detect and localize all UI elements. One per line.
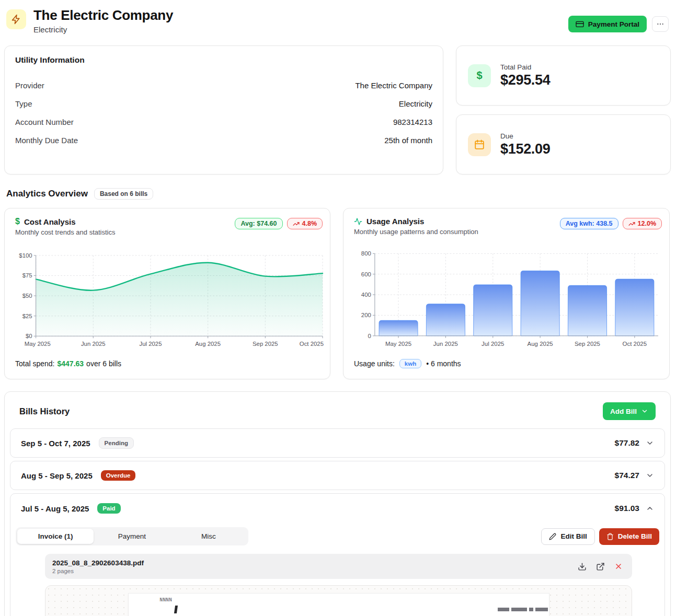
close-icon: [614, 562, 623, 571]
bill-row-aug-sep[interactable]: Aug 5 - Sep 5, 2025 Overdue $74.27: [10, 461, 665, 490]
bill-row-sep-oct[interactable]: Sep 5 - Oct 7, 2025 Pending $77.82: [10, 428, 665, 458]
info-label: Monthly Due Date: [15, 136, 78, 145]
cost-trend-badge: 4.8%: [287, 218, 323, 229]
file-page-count: 2 pages: [52, 568, 144, 574]
due-label: Due: [500, 132, 551, 140]
svg-text:0: 0: [368, 333, 371, 339]
trending-up-icon: [628, 220, 635, 227]
bill-detail: Invoice (1) Payment Misc Edit Bill Delet…: [10, 523, 664, 616]
svg-text:$75: $75: [22, 272, 32, 278]
total-paid-card: $ Total Paid $295.54: [456, 45, 671, 106]
svg-text:$25: $25: [22, 313, 32, 319]
pdf-page: NNNN: [129, 594, 549, 616]
credit-card-icon: [576, 20, 584, 28]
due-value: $152.09: [500, 141, 551, 157]
payment-portal-button[interactable]: Payment Portal: [568, 16, 647, 32]
usage-units-label: Usage units:: [354, 359, 395, 368]
pdf-preview: NNNN: [45, 585, 632, 616]
attachment-file-bar: 2025_08_8_2902603438.pdf 2 pages: [45, 554, 632, 579]
avg-cost-badge: Avg: $74.60: [235, 218, 282, 229]
total-paid-label: Total Paid: [500, 63, 551, 71]
bills-history-title: Bills History: [19, 406, 70, 416]
kwh-unit-badge: kwh: [399, 359, 421, 368]
dollar-icon: $: [15, 217, 20, 226]
total-paid-value: $295.54: [500, 72, 551, 88]
total-spend-amount: $447.63: [58, 359, 84, 368]
calendar-icon: [468, 133, 491, 156]
svg-text:Jul 2025: Jul 2025: [482, 341, 504, 347]
activity-icon: [354, 217, 362, 226]
svg-text:Jul 2025: Jul 2025: [139, 341, 162, 347]
svg-text:Jun 2025: Jun 2025: [433, 341, 458, 347]
analytics-overview-header: Analytics Overview Based on 6 bills: [6, 188, 669, 200]
delete-bill-button[interactable]: Delete Bill: [599, 528, 659, 545]
edit-bill-label: Edit Bill: [560, 532, 587, 540]
pdf-header-text: NNNN: [129, 594, 549, 602]
status-badge-paid: Paid: [97, 503, 120, 514]
open-external-button[interactable]: [595, 561, 606, 572]
bill-row-jul-aug-expanded: Jul 5 - Aug 5, 2025 Paid $91.03 Invoice …: [10, 493, 665, 616]
external-link-icon: [596, 562, 605, 571]
bill-period: Aug 5 - Sep 5, 2025: [21, 471, 93, 480]
svg-text:600: 600: [361, 271, 371, 277]
info-row-account-number: Account Number 982314213: [15, 113, 432, 131]
info-label: Provider: [15, 81, 44, 90]
usage-analysis-chart: 0200400600800May 2025Jun 2025Jul 2025Aug…: [354, 249, 663, 352]
bill-period: Sep 5 - Oct 7, 2025: [21, 439, 90, 448]
trending-up-icon: [293, 220, 300, 227]
tab-misc[interactable]: Misc: [170, 529, 247, 544]
usage-analysis-card: Usage Analysis Monthly usage patterns an…: [343, 208, 670, 379]
utility-info-title: Utility Information: [15, 55, 432, 65]
usage-analysis-subtitle: Monthly usage patterns and consumption: [354, 228, 478, 236]
svg-text:Aug 2025: Aug 2025: [528, 341, 553, 347]
svg-text:Sep 2025: Sep 2025: [575, 341, 600, 347]
more-options-button[interactable]: [652, 16, 669, 32]
utility-information-card: Utility Information Provider The Electri…: [4, 45, 443, 175]
edit-bill-button[interactable]: Edit Bill: [541, 528, 594, 545]
svg-text:800: 800: [361, 250, 371, 257]
info-value: 982314213: [393, 118, 432, 126]
add-bill-label: Add Bill: [610, 408, 637, 415]
svg-text:Aug 2025: Aug 2025: [195, 341, 221, 347]
chevron-down-icon: [646, 439, 654, 447]
cost-analysis-subtitle: Monthly cost trends and statistics: [15, 228, 115, 236]
bill-detail-tabs: Invoice (1) Payment Misc: [16, 527, 248, 545]
add-bill-button[interactable]: Add Bill: [603, 402, 656, 420]
pdf-content-fragment: [129, 603, 549, 616]
download-button[interactable]: [577, 561, 588, 572]
svg-text:Oct 2025: Oct 2025: [300, 341, 324, 347]
svg-text:$0: $0: [26, 333, 32, 339]
info-label: Account Number: [15, 118, 74, 126]
attachment-section: 2025_08_8_2902603438.pdf 2 pages: [45, 554, 632, 616]
download-icon: [578, 562, 587, 571]
info-row-provider: Provider The Electric Company: [15, 76, 432, 95]
total-spend-suffix: over 6 bills: [86, 359, 121, 368]
bills-count-badge: Based on 6 bills: [94, 188, 153, 200]
payment-portal-label: Payment Portal: [588, 20, 639, 28]
usage-analysis-title: Usage Analysis: [366, 217, 424, 226]
pencil-icon: [549, 533, 556, 540]
svg-text:$100: $100: [19, 252, 32, 259]
analytics-title: Analytics Overview: [6, 189, 88, 199]
remove-attachment-button[interactable]: [613, 561, 624, 572]
cost-analysis-title: Cost Analysis: [24, 217, 76, 226]
bill-row-jul-aug[interactable]: Jul 5 - Aug 5, 2025 Paid $91.03: [10, 494, 664, 523]
bill-period: Jul 5 - Aug 5, 2025: [21, 504, 89, 513]
tab-payment[interactable]: Payment: [94, 529, 170, 544]
info-value: 25th of month: [384, 136, 432, 145]
svg-text:$50: $50: [22, 293, 32, 299]
trash-icon: [606, 533, 614, 540]
status-badge-pending: Pending: [99, 437, 134, 449]
usage-trend-badge: 12.0%: [623, 218, 662, 229]
bill-amount: $74.27: [615, 471, 639, 480]
svg-text:400: 400: [361, 292, 371, 298]
usage-analysis-footer: Usage units: kwh • 6 months: [354, 359, 663, 368]
info-row-due-date: Monthly Due Date 25th of month: [15, 131, 432, 149]
svg-text:Jun 2025: Jun 2025: [81, 341, 106, 347]
info-label: Type: [15, 99, 32, 108]
chevron-down-icon: [641, 408, 648, 415]
svg-text:May 2025: May 2025: [25, 341, 51, 347]
cost-trend-value: 4.8%: [302, 220, 317, 227]
tab-invoice[interactable]: Invoice (1): [17, 529, 94, 544]
svg-text:Sep 2025: Sep 2025: [253, 341, 278, 347]
